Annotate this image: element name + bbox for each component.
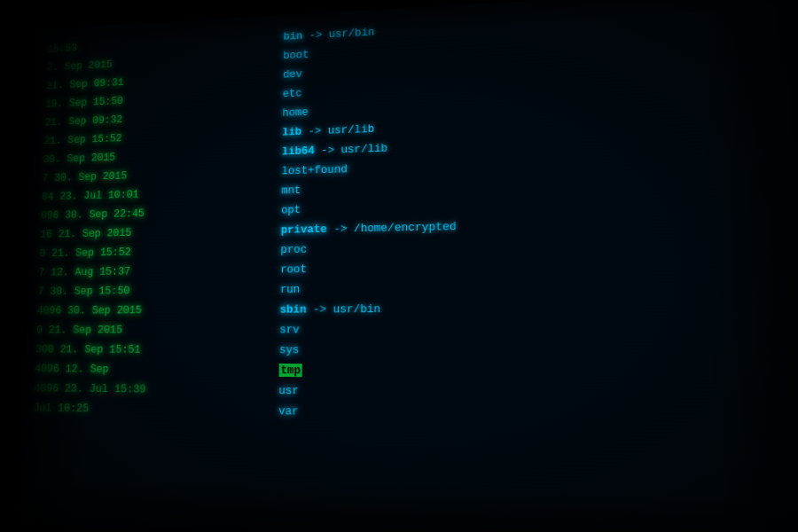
arrow-private: -> bbox=[333, 222, 354, 235]
terminal-content: 15:53 2. Sep 2015 21. Sep 09:31 19. Sep … bbox=[20, 0, 798, 532]
dir-row-sys: sys bbox=[279, 340, 798, 362]
arrow-bin: -> bbox=[309, 28, 329, 42]
dir-name-home: home bbox=[282, 106, 308, 119]
dir-name-srv: srv bbox=[279, 323, 300, 336]
dir-row-sbin: sbin -> usr/bin bbox=[279, 297, 798, 319]
dir-name-dev: dev bbox=[283, 67, 302, 81]
left-row: Jul 10:25 bbox=[33, 399, 258, 421]
dir-name-sys: sys bbox=[279, 343, 300, 356]
dir-name-lib64: lib64 bbox=[282, 145, 315, 159]
dir-name-root: root bbox=[280, 262, 307, 276]
dir-name-var: var bbox=[278, 404, 299, 418]
dir-name-lostfound: lost+found bbox=[282, 163, 348, 178]
left-row: 0 21. Sep 15:52 bbox=[39, 241, 261, 263]
dir-name-boot: boot bbox=[283, 48, 309, 61]
target-lib: usr/lib bbox=[328, 122, 374, 137]
dir-name-opt: opt bbox=[281, 203, 301, 216]
dir-name-bin: bin bbox=[283, 29, 302, 43]
dir-name-lib: lib bbox=[282, 125, 301, 138]
left-row: 4096 23. Jul 15:39 bbox=[34, 379, 259, 401]
dir-name-usr: usr bbox=[278, 384, 299, 397]
left-row: 4096 30. Sep 2015 bbox=[36, 301, 259, 320]
arrow-sbin: -> bbox=[313, 302, 333, 316]
arrow-lib: -> bbox=[308, 124, 327, 137]
dir-name-tmp: tmp bbox=[279, 364, 303, 377]
dir-name-etc: etc bbox=[283, 87, 302, 100]
left-row: 4096 12. Sep bbox=[35, 360, 259, 380]
dir-name-proc: proc bbox=[280, 243, 307, 256]
left-row: 7 12. Aug 15:37 bbox=[38, 261, 260, 282]
left-column: 15:53 2. Sep 2015 21. Sep 09:31 19. Sep … bbox=[20, 24, 274, 525]
left-row: 7 30. Sep 15:50 bbox=[37, 281, 260, 301]
left-row: 16 21. Sep 2015 bbox=[40, 222, 261, 244]
dir-row-srv: srv bbox=[279, 319, 798, 340]
terminal-window: 15:53 2. Sep 2015 21. Sep 09:31 19. Sep … bbox=[20, 0, 798, 532]
left-row: 0 21. Sep 2015 bbox=[36, 321, 260, 340]
target-lib64: usr/lib bbox=[340, 142, 387, 156]
dir-name-mnt: mnt bbox=[281, 184, 301, 197]
dir-name-run: run bbox=[280, 283, 301, 296]
right-column: bin -> usr/bin boot dev etc home lib bbox=[267, 0, 798, 532]
arrow-lib64: -> bbox=[321, 144, 340, 157]
target-private: /home/encrypted bbox=[354, 220, 457, 235]
dir-row-run: run bbox=[280, 275, 798, 300]
target-bin: usr/bin bbox=[329, 26, 375, 41]
left-row: 300 21. Sep 15:51 bbox=[35, 340, 259, 360]
dir-name-sbin: sbin bbox=[279, 303, 306, 317]
dir-name-private: private bbox=[281, 223, 327, 237]
target-sbin: usr/bin bbox=[333, 302, 381, 316]
